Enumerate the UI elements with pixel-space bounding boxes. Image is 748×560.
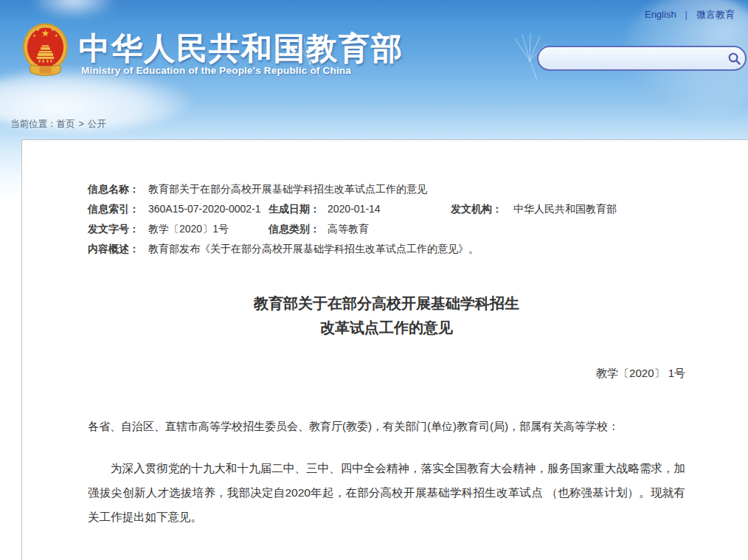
site-title-en: Ministry of Education of the People's Re… (81, 65, 351, 76)
document-meta-table: 信息名称： 教育部关于在部分高校开展基础学科招生改革试点工作的意见 信息索引： … (88, 182, 685, 256)
meta-category-value: 高等教育 (328, 221, 451, 236)
meta-index-value: 360A15-07-2020-0002-1 (148, 201, 269, 216)
search-bar (537, 46, 747, 71)
breadcrumb-open-link[interactable]: 公开 (88, 119, 106, 129)
meta-date-label: 生成日期： (269, 201, 328, 216)
meta-name-label: 信息名称： (88, 182, 148, 196)
document-title-line1: 教育部关于在部分高校开展基础学科招生 (88, 291, 685, 316)
meta-agency-label: 发文机构： (451, 201, 513, 216)
search-input[interactable] (539, 47, 723, 69)
document-paragraph: 为深入贯彻党的十九大和十九届二中、三中、四中全会精神，落实全国教育大会精神，服务… (88, 456, 685, 529)
meta-docno-value: 教学〔2020〕1号 (148, 221, 269, 236)
meta-date-value: 2020-01-14 (328, 201, 451, 216)
breadcrumb-separator: > (79, 119, 84, 129)
english-link[interactable]: English (645, 9, 676, 20)
link-separator: | (685, 9, 688, 20)
breadcrumb: 当前位置：首页>公开 (10, 118, 106, 131)
meta-summary-label: 内容概述： (88, 241, 148, 256)
content-panel: 信息名称： 教育部关于在部分高校开展基础学科招生改革试点工作的意见 信息索引： … (21, 139, 748, 560)
national-emblem (22, 20, 69, 82)
cloud-decoration (30, 0, 118, 20)
meta-category-label: 信息类别： (269, 221, 328, 236)
weiyan-jiaoyu-link[interactable]: 微言教育 (696, 9, 735, 20)
meta-name-value: 教育部关于在部分高校开展基础学科招生改革试点工作的意见 (148, 182, 685, 196)
meta-agency-value: 中华人民共和国教育部 (513, 201, 685, 216)
breadcrumb-home-link[interactable]: 首页 (57, 119, 75, 129)
site-title-cn: 中华人民共和国教育部 (79, 28, 404, 69)
meta-index-label: 信息索引： (88, 201, 148, 216)
search-button[interactable] (723, 47, 745, 69)
document-title: 教育部关于在部分高校开展基础学科招生 改革试点工作的意见 (88, 291, 685, 340)
document-salutation: 各省、自治区、直辖市高等学校招生委员会、教育厅(教委)，有关部门(单位)教育司(… (88, 418, 685, 435)
meta-docno-label: 发文字号： (88, 221, 148, 236)
meta-summary-value: 教育部发布《关于在部分高校开展基础学科招生改革试点工作的意见》。 (148, 241, 685, 256)
site-header: English|微言教育 中华人民共和国教育部 Ministry of Educ… (0, 0, 748, 139)
breadcrumb-prefix: 当前位置： (10, 119, 57, 129)
document-title-line2: 改革试点工作的意见 (88, 316, 685, 340)
search-icon (727, 52, 741, 66)
document-number: 教学〔2020〕 1号 (88, 367, 685, 381)
header-links: English|微言教育 (645, 8, 735, 21)
